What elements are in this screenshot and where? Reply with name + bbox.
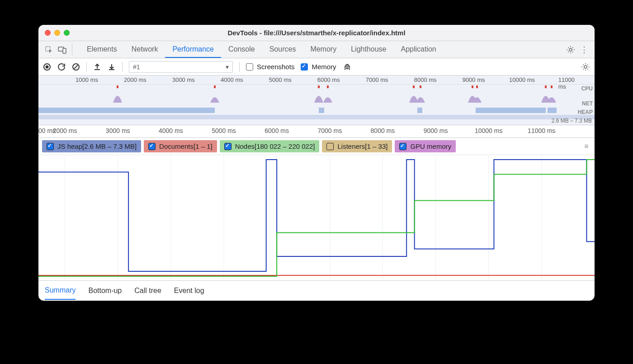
svg-rect-15	[476, 85, 478, 88]
svg-rect-18	[38, 108, 215, 113]
overview-tick: 3000 ms	[172, 76, 195, 83]
panel-tabs: ElementsNetworkPerformanceConsoleSources…	[80, 41, 444, 58]
overview-heap-track	[38, 113, 595, 119]
perf-toolbar: #1 ▾ Screenshots Memory	[38, 58, 595, 76]
memory-chart-svg	[38, 155, 595, 281]
ruler-tick: 11000 ms	[528, 127, 555, 134]
overview-heap-range: 2.6 MB – 7.3 MB	[552, 118, 592, 124]
ruler-tick: 4000 ms	[159, 127, 183, 134]
tab-sources[interactable]: Sources	[262, 41, 303, 58]
device-toolbar-icon[interactable]	[56, 41, 69, 58]
svg-rect-2	[63, 48, 66, 53]
main-ruler[interactable]: 00 ms2000 ms3000 ms4000 ms5000 ms6000 ms…	[38, 125, 595, 138]
svg-point-7	[584, 66, 587, 68]
svg-rect-20	[417, 108, 422, 113]
svg-rect-19	[319, 108, 324, 113]
minimize-window-button[interactable]	[54, 30, 60, 36]
overview-tick: 1000 ms	[76, 76, 98, 83]
ruler-tick: 6000 ms	[265, 127, 289, 134]
legend-gpu-memory[interactable]: GPU memory	[395, 140, 456, 152]
svg-rect-12	[413, 85, 415, 88]
clear-icon[interactable]	[72, 63, 80, 71]
more-icon[interactable]: ⋮	[577, 41, 591, 58]
perf-settings-icon[interactable]	[581, 62, 590, 71]
tab-memory[interactable]: Memory	[303, 41, 344, 58]
ruler-tick: 7000 ms	[317, 127, 342, 134]
record-icon[interactable]	[43, 63, 51, 71]
overview-tick: 4000 ms	[221, 76, 243, 83]
details-tab-summary[interactable]: Summary	[45, 282, 76, 300]
settings-icon[interactable]	[564, 41, 577, 58]
screenshots-label: Screenshots	[257, 63, 294, 71]
legend-checkbox[interactable]	[326, 143, 334, 150]
legend-checkbox[interactable]	[148, 143, 156, 150]
tab-lighthouse[interactable]: Lighthouse	[344, 41, 393, 58]
panel-tabbar: ElementsNetworkPerformanceConsoleSources…	[38, 41, 595, 58]
legend-label: Documents[1 – 1]	[159, 142, 213, 150]
recording-select[interactable]: #1 ▾	[129, 61, 233, 73]
inspect-element-icon[interactable]	[42, 41, 56, 58]
legend-checkbox[interactable]	[47, 143, 54, 150]
window-title: DevTools - file:///Users/stmarthe/x-repl…	[38, 29, 595, 37]
traffic-lights	[38, 30, 70, 36]
ruler-tick: 9000 ms	[424, 127, 448, 134]
overview-tick: 7000 ms	[366, 76, 388, 83]
overview-ruler: 1000 ms2000 ms3000 ms4000 ms5000 ms6000 …	[38, 76, 595, 85]
legend-label: JS heap[2.6 MB – 7.3 MB]	[57, 142, 137, 150]
tab-application[interactable]: Application	[393, 41, 443, 58]
details-tab-bottom-up[interactable]: Bottom-up	[88, 282, 122, 299]
overview-tick: 9000 ms	[463, 76, 485, 83]
svg-rect-9	[214, 85, 216, 88]
legend-label: Nodes[180 022 – 220 022]	[235, 142, 315, 150]
svg-point-3	[569, 48, 572, 51]
memory-label: Memory	[312, 63, 336, 71]
svg-rect-17	[551, 85, 553, 88]
screenshots-checkbox[interactable]: Screenshots	[246, 63, 294, 71]
overview-net-track	[38, 108, 595, 113]
overview-tick: 2000 ms	[124, 76, 146, 83]
svg-rect-22	[548, 108, 557, 113]
legend-checkbox[interactable]	[224, 143, 231, 150]
overview-tick: 5000 ms	[269, 76, 292, 83]
memory-chart[interactable]	[38, 155, 595, 281]
upload-icon[interactable]	[93, 63, 101, 71]
overview-tick: 6000 ms	[317, 76, 340, 83]
memory-checkbox[interactable]: Memory	[301, 63, 336, 71]
overview-side-labels: CPU NET HEAP	[578, 85, 593, 117]
overview-cpu-track	[38, 85, 595, 103]
legend-menu-icon[interactable]: ≡	[582, 142, 591, 151]
chevron-down-icon: ▾	[226, 63, 229, 71]
svg-rect-11	[327, 85, 329, 88]
download-icon[interactable]	[108, 63, 116, 71]
svg-rect-23	[38, 115, 595, 119]
svg-rect-16	[545, 85, 547, 88]
details-tab-call-tree[interactable]: Call tree	[134, 282, 161, 299]
legend-documents[interactable]: Documents[1 – 1]	[144, 140, 217, 152]
devtools-window: DevTools - file:///Users/stmarthe/x-repl…	[38, 25, 595, 301]
reload-icon[interactable]	[57, 63, 66, 71]
svg-rect-13	[420, 85, 421, 88]
legend-label: GPU memory	[410, 142, 451, 150]
ruler-tick: 3000 ms	[106, 127, 130, 134]
zoom-window-button[interactable]	[64, 30, 70, 36]
tab-network[interactable]: Network	[124, 41, 165, 58]
tab-performance[interactable]: Performance	[165, 41, 221, 58]
memory-legend: JS heap[2.6 MB – 7.3 MB]Documents[1 – 1]…	[38, 138, 595, 155]
overview-tick: 10000 ms	[509, 76, 535, 83]
legend-nodes[interactable]: Nodes[180 022 – 220 022]	[220, 140, 320, 152]
details-tab-event-log[interactable]: Event log	[174, 282, 204, 299]
legend-checkbox[interactable]	[399, 143, 406, 150]
svg-point-5	[46, 65, 49, 68]
titlebar: DevTools - file:///Users/stmarthe/x-repl…	[38, 25, 595, 41]
tab-console[interactable]: Console	[221, 41, 262, 58]
svg-rect-8	[117, 85, 118, 88]
ruler-tick: 2000 ms	[53, 127, 77, 134]
tab-elements[interactable]: Elements	[80, 41, 124, 58]
close-window-button[interactable]	[45, 30, 51, 36]
ruler-tick: 5000 ms	[212, 127, 236, 134]
legend-js-heap[interactable]: JS heap[2.6 MB – 7.3 MB]	[42, 140, 141, 152]
legend-label: Listeners[1 – 33]	[337, 142, 387, 150]
legend-listeners[interactable]: Listeners[1 – 33]	[322, 140, 392, 152]
collect-garbage-icon[interactable]	[343, 62, 352, 71]
timeline-overview[interactable]: 1000 ms2000 ms3000 ms4000 ms5000 ms6000 …	[38, 76, 595, 125]
